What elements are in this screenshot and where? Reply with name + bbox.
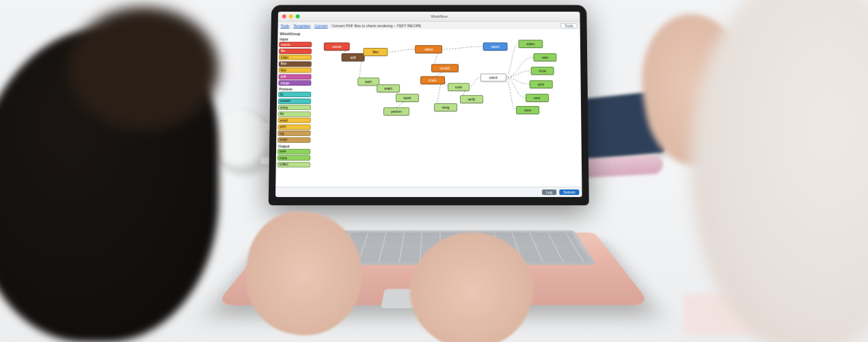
mug bbox=[212, 109, 273, 171]
workspace: WhichGroup Inputsourcefilefolderfilterfi… bbox=[275, 29, 582, 187]
toolbar-tools-button[interactable]: Tools bbox=[560, 23, 578, 29]
flow-node[interactable]: source bbox=[324, 42, 350, 51]
laptop-bezel: Workflow Tools Templates Convert Convert… bbox=[269, 5, 589, 205]
titlebar[interactable]: Workflow bbox=[278, 12, 580, 22]
sidebar-palette: WhichGroup Inputsourcefilefolderfilterfi… bbox=[277, 31, 312, 168]
palette-item[interactable]: email bbox=[278, 118, 311, 123]
flow-node[interactable]: split bbox=[342, 53, 365, 62]
sidebar-group-head: Input bbox=[280, 37, 312, 41]
window-title: Workflow bbox=[303, 14, 576, 18]
flow-node[interactable]: check bbox=[420, 76, 445, 84]
sidebar-group-head: Process bbox=[279, 87, 311, 91]
flow-node[interactable]: select bbox=[377, 84, 400, 92]
breadcrumb-1[interactable]: Tools bbox=[281, 24, 290, 28]
flow-node[interactable]: filter bbox=[363, 48, 388, 56]
flow-node[interactable]: string bbox=[434, 103, 457, 111]
flow-node[interactable]: route bbox=[448, 83, 470, 91]
palette-item[interactable]: source bbox=[279, 42, 312, 47]
flow-node[interactable]: save bbox=[533, 53, 556, 62]
traffic-light-max-icon[interactable] bbox=[296, 14, 300, 18]
flow-node[interactable]: convert bbox=[431, 64, 459, 73]
sidebar-title: WhichGroup bbox=[280, 31, 312, 36]
palette-item[interactable]: merge bbox=[278, 80, 311, 86]
traffic-light-min-icon[interactable] bbox=[289, 14, 293, 18]
flow-node[interactable]: batch bbox=[396, 94, 419, 102]
palette-item[interactable]: save bbox=[277, 148, 310, 154]
flow-node[interactable]: perform bbox=[383, 107, 409, 116]
flow-node[interactable]: verify bbox=[460, 95, 483, 103]
flow-node[interactable]: done bbox=[516, 106, 539, 114]
flow-canvas[interactable]: sourcesplitfiltereachselectbatchcollectp… bbox=[313, 31, 581, 186]
flow-node[interactable]: report bbox=[483, 42, 508, 51]
palette-item[interactable]: fix bbox=[278, 92, 311, 97]
flow-node[interactable]: collect bbox=[415, 45, 442, 53]
flow-node[interactable]: print bbox=[530, 80, 553, 88]
palette-item[interactable]: log bbox=[277, 131, 310, 136]
sidebar-group-head: Output bbox=[278, 144, 310, 148]
palette-item[interactable]: move bbox=[277, 155, 310, 161]
flow-node[interactable]: action bbox=[518, 40, 543, 48]
palette-item[interactable]: collect bbox=[277, 161, 310, 167]
palette-item[interactable]: list bbox=[278, 111, 311, 116]
palette-item[interactable]: string bbox=[278, 105, 311, 110]
flow-node[interactable]: error bbox=[526, 94, 549, 102]
footer-log-button[interactable]: Log bbox=[542, 189, 556, 195]
flow-node[interactable]: move bbox=[531, 67, 554, 75]
palette-item[interactable]: filter bbox=[279, 61, 312, 66]
palette-item[interactable]: convert bbox=[278, 98, 311, 104]
photo-scene: Workflow Tools Templates Convert Convert… bbox=[0, 0, 868, 342]
app-window: Workflow Tools Templates Convert Convert… bbox=[275, 12, 582, 197]
footer-submit-button[interactable]: Submit bbox=[559, 189, 579, 195]
breadcrumb-2[interactable]: Templates bbox=[293, 24, 310, 28]
breadcrumb-3[interactable]: Convert bbox=[314, 24, 327, 28]
breadcrumb-tail: Convert PDF files to check rendering – T… bbox=[331, 24, 421, 28]
palette-item[interactable]: print bbox=[277, 124, 310, 129]
palette-item[interactable]: split bbox=[279, 74, 312, 79]
palette-item[interactable]: script bbox=[277, 137, 310, 142]
person-left-blur bbox=[0, 27, 219, 342]
footer-bar: Log Submit bbox=[275, 187, 582, 197]
flow-node[interactable]: switch bbox=[480, 73, 506, 81]
traffic-light-close-icon[interactable] bbox=[282, 14, 286, 18]
palette-item[interactable]: filter bbox=[279, 68, 312, 73]
palette-item[interactable]: file bbox=[279, 49, 312, 54]
palette-item[interactable]: folder bbox=[279, 55, 312, 60]
